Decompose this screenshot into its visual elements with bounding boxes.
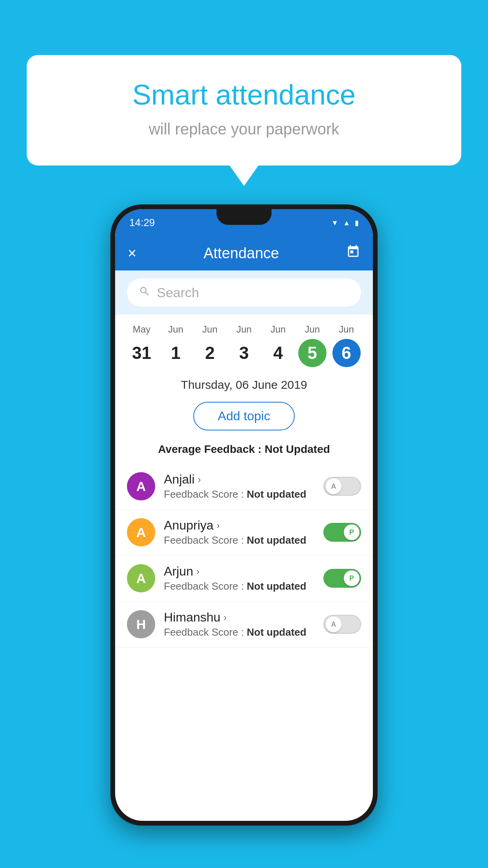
- attendance-toggle[interactable]: A: [323, 615, 361, 634]
- attendance-toggle[interactable]: A: [323, 477, 361, 496]
- calendar-strip: May31Jun1Jun2Jun3Jun4Jun5Jun6: [115, 314, 373, 370]
- cal-date: 5: [298, 339, 327, 367]
- cal-month: Jun: [168, 324, 183, 335]
- status-time: 14:29: [129, 217, 155, 229]
- calendar-day-3[interactable]: Jun3: [227, 324, 261, 367]
- cal-date: 4: [264, 339, 292, 367]
- speech-bubble: Smart attendance will replace your paper…: [27, 55, 461, 166]
- phone-frame: 14:29 × Attendance: [110, 204, 378, 826]
- student-name: Anjali ›: [164, 472, 315, 487]
- close-button[interactable]: ×: [128, 245, 136, 262]
- calendar-day-5[interactable]: Jun5: [295, 324, 329, 367]
- cal-date: 31: [127, 339, 156, 367]
- cal-month: Jun: [305, 324, 320, 335]
- avg-feedback: Average Feedback : Not Updated: [115, 437, 373, 463]
- student-item[interactable]: AAnupriya ›Feedback Score : Not updatedP: [115, 509, 373, 555]
- search-placeholder: Search: [157, 285, 199, 300]
- bubble-subtitle: will replace your paperwork: [58, 120, 430, 138]
- student-feedback: Feedback Score : Not updated: [164, 580, 315, 592]
- phone-notch: [216, 209, 272, 225]
- avatar: H: [127, 610, 155, 638]
- cal-month: Jun: [237, 324, 252, 335]
- student-info: Anupriya ›Feedback Score : Not updated: [164, 518, 315, 546]
- cal-month: May: [133, 324, 150, 335]
- search-icon: [139, 285, 150, 300]
- cal-month: Jun: [339, 324, 354, 335]
- attendance-toggle[interactable]: P: [323, 569, 361, 588]
- add-topic-container: Add topic: [115, 395, 373, 437]
- avg-feedback-label: Average Feedback :: [158, 443, 264, 455]
- cal-date: 1: [161, 339, 190, 367]
- calendar-day-2[interactable]: Jun2: [193, 324, 227, 367]
- calendar-day-1[interactable]: Jun1: [159, 324, 193, 367]
- student-item[interactable]: HHimanshu ›Feedback Score : Not updatedA: [115, 601, 373, 647]
- selected-date-label: Thursday, 06 June 2019: [115, 370, 373, 395]
- student-item[interactable]: AAnjali ›Feedback Score : Not updatedA: [115, 463, 373, 509]
- battery-icon: [355, 217, 359, 228]
- search-container: Search: [115, 270, 373, 314]
- attendance-toggle[interactable]: P: [323, 523, 361, 542]
- student-name: Himanshu ›: [164, 610, 315, 625]
- cal-month: Jun: [202, 324, 218, 335]
- student-feedback: Feedback Score : Not updated: [164, 488, 315, 500]
- app-header: × Attendance: [115, 236, 373, 270]
- calendar-day-4[interactable]: Jun4: [261, 324, 295, 367]
- calendar-day-6[interactable]: Jun6: [329, 324, 363, 367]
- wifi-icon: [331, 217, 338, 228]
- student-feedback: Feedback Score : Not updated: [164, 534, 315, 546]
- bubble-title: Smart attendance: [58, 79, 430, 111]
- student-list: AAnjali ›Feedback Score : Not updatedAAA…: [115, 463, 373, 647]
- student-item[interactable]: AArjun ›Feedback Score : Not updatedP: [115, 555, 373, 601]
- cal-month: Jun: [271, 324, 286, 335]
- app-title: Attendance: [204, 245, 279, 262]
- avatar: A: [127, 472, 155, 500]
- cal-date: 6: [332, 339, 361, 367]
- cal-date: 3: [230, 339, 258, 367]
- avatar: A: [127, 518, 155, 546]
- status-bar: 14:29: [115, 209, 373, 236]
- calendar-icon[interactable]: [346, 245, 360, 262]
- avatar: A: [127, 564, 155, 592]
- phone-screen: 14:29 × Attendance: [115, 209, 373, 821]
- search-bar[interactable]: Search: [127, 278, 361, 307]
- student-info: Anjali ›Feedback Score : Not updated: [164, 472, 315, 500]
- student-info: Arjun ›Feedback Score : Not updated: [164, 564, 315, 592]
- student-name: Anupriya ›: [164, 518, 315, 533]
- cal-date: 2: [196, 339, 224, 367]
- speech-bubble-container: Smart attendance will replace your paper…: [27, 55, 461, 166]
- student-info: Himanshu ›Feedback Score : Not updated: [164, 610, 315, 638]
- signal-icon: [343, 217, 350, 228]
- avg-feedback-value: Not Updated: [264, 443, 330, 455]
- add-topic-button[interactable]: Add topic: [193, 402, 294, 430]
- student-name: Arjun ›: [164, 564, 315, 579]
- calendar-day-31[interactable]: May31: [125, 324, 159, 367]
- student-feedback: Feedback Score : Not updated: [164, 626, 315, 638]
- status-icons: [331, 217, 359, 228]
